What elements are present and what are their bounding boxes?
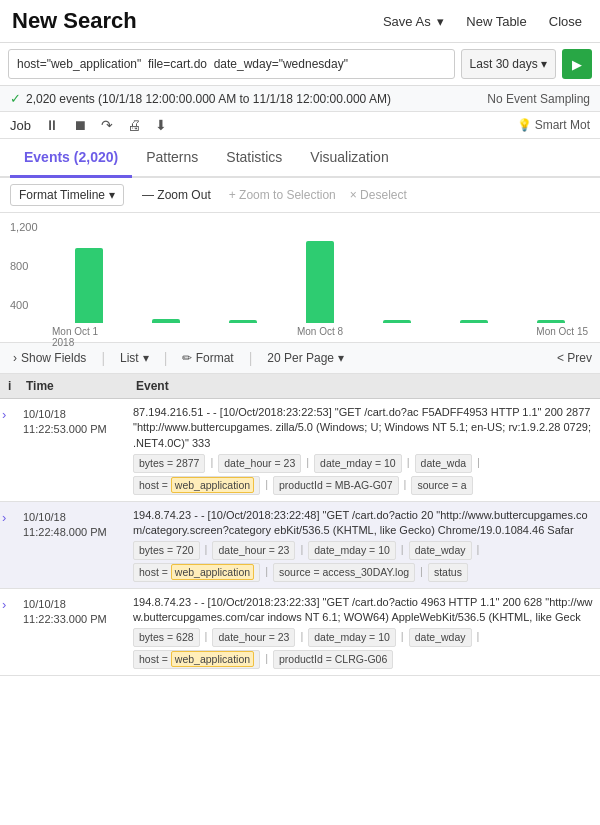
field-bytes: bytes = 628 xyxy=(133,628,200,647)
job-bar: Job ⏸ ⏹ ↷ 🖨 ⬇ 💡 Smart Mot xyxy=(0,112,600,139)
per-page-caret-icon: ▾ xyxy=(338,351,344,365)
no-event-sampling-label: No Event Sampling xyxy=(487,92,590,106)
event-main-text: 194.8.74.23 - - [10/Oct/2018:23:22:33] "… xyxy=(133,595,595,626)
x-label-oct8: Mon Oct 8 xyxy=(231,326,410,348)
event-main-text: 87.194.216.51 - - [10/Oct/2018:23:22:53]… xyxy=(133,405,595,451)
field-date-mday: date_mday = 10 xyxy=(314,454,402,473)
search-input[interactable] xyxy=(8,49,455,79)
event-fields: bytes = 2877 | date_hour = 23 | date_mda… xyxy=(133,454,595,494)
field-product-id: productId = MB-AG-G07 xyxy=(273,476,399,495)
field-host: host = web_application xyxy=(133,476,260,495)
row-event-content: 87.194.216.51 - - [10/Oct/2018:23:22:53]… xyxy=(128,399,600,501)
refresh-icon[interactable]: ↷ xyxy=(101,117,113,133)
field-source: source = access_30DAY.log xyxy=(273,563,415,582)
tab-visualization[interactable]: Visualization xyxy=(296,139,402,178)
new-table-button[interactable]: New Table xyxy=(460,10,532,33)
format-timeline-caret-icon: ▾ xyxy=(109,188,115,202)
close-button[interactable]: Close xyxy=(543,10,588,33)
zoom-out-button[interactable]: — Zoom Out xyxy=(138,185,215,205)
field-bytes: bytes = 720 xyxy=(133,541,200,560)
bar-3 xyxy=(204,320,281,323)
field-date-wday: date_wday xyxy=(409,541,472,560)
job-label[interactable]: Job xyxy=(10,118,31,133)
chart-bars xyxy=(50,223,590,323)
event-main-text: 194.8.74.23 - - [10/Oct/2018:23:22:48] "… xyxy=(133,508,595,539)
chart-area: 1,200 800 400 Mon Oct 12018 Mon Oct 8 M xyxy=(0,213,600,343)
field-source: source = a xyxy=(411,476,472,495)
tabs-bar: Events (2,020) Patterns Statistics Visua… xyxy=(0,139,600,178)
header: New Search Save As ▾ New Table Close xyxy=(0,0,600,43)
bar-2 xyxy=(127,319,204,323)
row-time: 10/10/1811:22:48.000 PM xyxy=(18,502,128,549)
bar-5-bar xyxy=(383,320,411,323)
bar-6-bar xyxy=(460,320,488,323)
print-icon[interactable]: 🖨 xyxy=(127,117,141,133)
divider-3: | xyxy=(249,350,253,366)
row-event-content: 194.8.74.23 - - [10/Oct/2018:23:22:33] "… xyxy=(128,589,600,675)
bar-oct1-bar xyxy=(75,248,103,323)
chart-x-labels: Mon Oct 12018 Mon Oct 8 Mon Oct 15 xyxy=(50,326,590,348)
table-rows: › 10/10/1811:22:53.000 PM 87.194.216.51 … xyxy=(0,399,600,676)
y-label-800: 800 xyxy=(10,260,38,272)
show-fields-caret-icon: › xyxy=(13,351,17,365)
time-range-button[interactable]: Last 30 days ▾ xyxy=(461,49,556,79)
host-value: web_application xyxy=(171,564,254,580)
divider-2: | xyxy=(164,350,168,366)
format-timeline-button[interactable]: Format Timeline ▾ xyxy=(10,184,124,206)
tab-events[interactable]: Events (2,020) xyxy=(10,139,132,178)
list-caret-icon: ▾ xyxy=(143,351,149,365)
row-time: 10/10/1811:22:53.000 PM xyxy=(18,399,128,446)
table-row: › 10/10/1811:22:53.000 PM 87.194.216.51 … xyxy=(0,399,600,502)
bar-oct15-bar xyxy=(537,320,565,323)
field-status: status xyxy=(428,563,468,582)
bar-oct8-bar xyxy=(306,241,334,323)
chart-y-axis: 1,200 800 400 xyxy=(10,221,38,311)
per-page-button[interactable]: 20 Per Page ▾ xyxy=(262,349,349,367)
event-fields: bytes = 628 | date_hour = 23 | date_mday… xyxy=(133,628,595,668)
page-title: New Search xyxy=(12,8,377,34)
status-bar: ✓ 2,020 events (10/1/18 12:00:00.000 AM … xyxy=(0,86,600,112)
field-date-wday: date_wday xyxy=(409,628,472,647)
header-actions: Save As ▾ New Table Close xyxy=(377,10,588,33)
status-text: 2,020 events (10/1/18 12:00:00.000 AM to… xyxy=(26,92,487,106)
tab-patterns[interactable]: Patterns xyxy=(132,139,212,178)
field-bytes: bytes = 2877 xyxy=(133,454,205,473)
bar-oct8 xyxy=(281,241,358,323)
field-date-hour: date_hour = 23 xyxy=(212,541,295,560)
stop-icon[interactable]: ⏹ xyxy=(73,117,87,133)
save-as-button[interactable]: Save As ▾ xyxy=(377,10,450,33)
smart-mot-bulb-icon: 💡 xyxy=(517,118,532,132)
x-label-oct15: Mon Oct 15 xyxy=(409,326,590,348)
row-time: 10/10/1811:22:33.000 PM xyxy=(18,589,128,636)
format-button[interactable]: ✏ Format xyxy=(177,349,238,367)
search-go-button[interactable]: ▶ xyxy=(562,49,592,79)
col-header-event: Event xyxy=(136,379,592,393)
deselect-label: × Deselect xyxy=(350,188,407,202)
host-value: web_application xyxy=(171,651,254,667)
x-label-oct1: Mon Oct 12018 xyxy=(50,326,231,348)
show-fields-button[interactable]: › Show Fields xyxy=(8,349,91,367)
bar-5 xyxy=(359,320,436,323)
pause-icon[interactable]: ⏸ xyxy=(45,117,59,133)
field-date-hour: date_hour = 23 xyxy=(212,628,295,647)
field-date-mday: date_mday = 10 xyxy=(308,628,396,647)
row-expand-icon[interactable]: › xyxy=(0,589,18,620)
field-date-mday: date_mday = 10 xyxy=(308,541,396,560)
divider-1: | xyxy=(101,350,105,366)
download-icon[interactable]: ⬇ xyxy=(155,117,167,133)
field-host: host = web_application xyxy=(133,650,260,669)
prev-button[interactable]: < Prev xyxy=(557,351,592,365)
y-label-400: 400 xyxy=(10,299,38,311)
row-event-content: 194.8.74.23 - - [10/Oct/2018:23:22:48] "… xyxy=(128,502,600,588)
field-date-hour: date_hour = 23 xyxy=(218,454,301,473)
row-expand-icon[interactable]: › xyxy=(0,502,18,533)
event-fields: bytes = 720 | date_hour = 23 | date_mday… xyxy=(133,541,595,581)
chart-controls: Format Timeline ▾ — Zoom Out + Zoom to S… xyxy=(0,178,600,213)
table-header: i Time Event xyxy=(0,374,600,399)
zoom-to-selection-label: + Zoom to Selection xyxy=(229,188,336,202)
col-header-i: i xyxy=(8,379,26,393)
row-expand-icon[interactable]: › xyxy=(0,399,18,430)
tab-statistics[interactable]: Statistics xyxy=(212,139,296,178)
list-button[interactable]: List ▾ xyxy=(115,349,154,367)
time-range-caret-icon: ▾ xyxy=(541,57,547,71)
